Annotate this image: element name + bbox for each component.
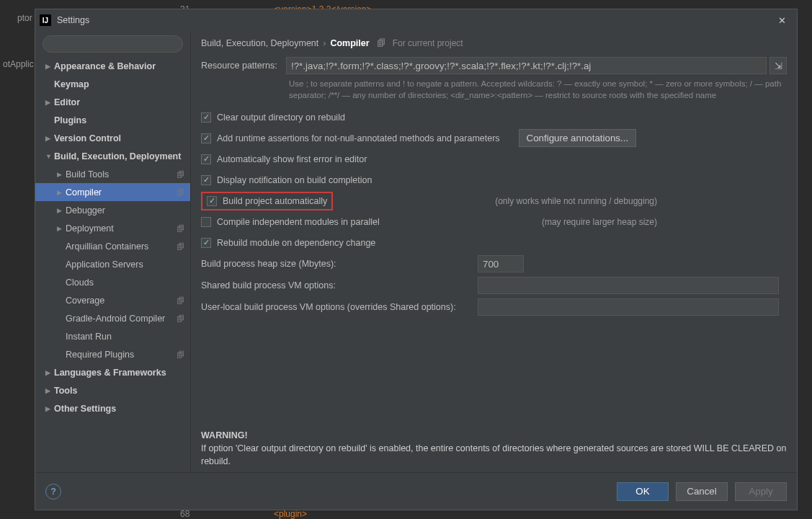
tree-item-build-execution-deployment[interactable]: ▼Build, Execution, Deployment xyxy=(35,147,190,165)
project-scope-icon: 🗐 xyxy=(177,170,184,179)
checkbox-icon[interactable] xyxy=(201,175,211,185)
tree-item-required-plugins[interactable]: Required Plugins🗐 xyxy=(35,345,190,363)
tree-item-instant-run[interactable]: Instant Run xyxy=(35,327,190,345)
checkbox-icon[interactable] xyxy=(201,217,211,227)
content-panel: Build, Execution, Deployment › Compiler … xyxy=(191,31,797,472)
tree-item-coverage[interactable]: Coverage🗐 xyxy=(35,291,190,309)
breadcrumb-a[interactable]: Build, Execution, Deployment xyxy=(201,38,318,48)
chk-build-auto-note: (only works while not running / debuggin… xyxy=(495,196,787,206)
tree-item-debugger[interactable]: ▶Debugger xyxy=(35,201,190,219)
help-icon[interactable]: ? xyxy=(45,484,61,500)
heap-size-label: Build process heap size (Mbytes): xyxy=(201,259,478,269)
tree-arrow-icon: ▶ xyxy=(45,99,54,106)
chk-auto-first-error[interactable]: Automatically show first error in editor xyxy=(201,148,787,169)
tree-item-keymap[interactable]: Keymap xyxy=(35,75,190,93)
tree-item-label: Languages & Frameworks xyxy=(54,368,166,378)
project-scope-icon: 🗐 xyxy=(177,188,184,197)
checkbox-icon[interactable] xyxy=(201,238,211,248)
chk-compile-parallel-note: (may require larger heap size) xyxy=(542,217,787,227)
tree-item-compiler[interactable]: ▶Compiler🗐 xyxy=(35,183,190,201)
tree-item-clouds[interactable]: Clouds xyxy=(35,273,190,291)
tree-item-application-servers[interactable]: Application Servers xyxy=(35,255,190,273)
configure-annotations-button[interactable]: Configure annotations... xyxy=(519,129,637,147)
heap-size-input[interactable] xyxy=(478,255,524,272)
resource-patterns-label: Resource patterns: xyxy=(201,61,286,71)
app-icon: IJ xyxy=(40,14,51,26)
tree-item-arquillian-containers[interactable]: Arquillian Containers🗐 xyxy=(35,237,190,255)
tree-item-other-settings[interactable]: ▶Other Settings xyxy=(35,399,190,417)
tree-item-label: Instant Run xyxy=(66,332,112,342)
tree-item-label: Keymap xyxy=(54,79,89,89)
resource-patterns-input[interactable] xyxy=(286,57,767,74)
tree-arrow-icon: ▶ xyxy=(45,135,54,142)
breadcrumb: Build, Execution, Deployment › Compiler … xyxy=(201,38,787,48)
shared-vm-input[interactable] xyxy=(478,277,779,294)
bg-line-number-b: 68 xyxy=(180,509,189,519)
tree-item-languages-frameworks[interactable]: ▶Languages & Frameworks xyxy=(35,363,190,381)
tree-item-label: Build Tools xyxy=(66,169,109,179)
tree-arrow-icon: ▼ xyxy=(45,153,54,160)
chk-label: Compile independent modules in parallel xyxy=(217,217,380,227)
tree-item-build-tools[interactable]: ▶Build Tools🗐 xyxy=(35,165,190,183)
chk-label: Display notification on build completion xyxy=(217,175,372,185)
dialog-title: Settings xyxy=(57,15,771,25)
shared-vm-row: Shared build process VM options: xyxy=(201,275,787,296)
warning-text: If option 'Clear output directory on reb… xyxy=(201,443,786,466)
checkbox-icon[interactable] xyxy=(201,112,211,123)
tree-arrow-icon: ▶ xyxy=(57,189,66,196)
tree-item-plugins[interactable]: Plugins xyxy=(35,111,190,129)
project-scope-icon: 🗐 xyxy=(177,314,184,323)
tree-arrow-icon: ▶ xyxy=(45,405,54,412)
checkbox-icon[interactable] xyxy=(207,196,217,206)
chk-build-automatically-row: Build project automatically (only works … xyxy=(201,190,787,211)
checkbox-icon[interactable] xyxy=(201,154,211,164)
resource-patterns-row: Resource patterns: ⇲ xyxy=(201,57,787,74)
bg-code-line-b: <plugin> xyxy=(274,509,307,519)
project-scope-icon: 🗐 xyxy=(177,350,184,359)
chk-clear-output[interactable]: Clear output directory on rebuild xyxy=(201,107,787,128)
ok-button[interactable]: OK xyxy=(617,482,669,501)
tree-item-label: Arquillian Containers xyxy=(66,241,148,252)
dialog-footer: ? OK Cancel Apply xyxy=(35,472,797,510)
project-scope-icon: 🗐 xyxy=(377,38,385,48)
chk-display-notification[interactable]: Display notification on build completion xyxy=(201,169,787,190)
tree-arrow-icon: ▶ xyxy=(57,171,66,178)
project-scope-icon: 🗐 xyxy=(177,242,184,251)
tree-item-tools[interactable]: ▶Tools xyxy=(35,381,190,399)
breadcrumb-sep: › xyxy=(323,38,326,48)
tree-arrow-icon: ▶ xyxy=(57,207,66,214)
bg-ptor: ptor xyxy=(17,13,32,23)
tree-item-appearance-behavior[interactable]: ▶Appearance & Behavior xyxy=(35,57,190,75)
search-wrap: ⌕ xyxy=(35,35,190,57)
warning-title: WARNING! xyxy=(201,430,248,440)
tree-item-label: Build, Execution, Deployment xyxy=(54,151,181,161)
tree-arrow-icon: ▶ xyxy=(45,369,54,376)
project-scope-icon: 🗐 xyxy=(177,224,184,233)
search-input[interactable] xyxy=(43,35,183,53)
cancel-button[interactable]: Cancel xyxy=(676,482,728,501)
tree-item-editor[interactable]: ▶Editor xyxy=(35,93,190,111)
chk-label: Rebuild module on dependency change xyxy=(217,238,375,248)
close-icon[interactable]: ✕ xyxy=(771,12,793,29)
expand-field-icon[interactable]: ⇲ xyxy=(769,57,787,74)
user-vm-row: User-local build process VM options (ove… xyxy=(201,296,787,318)
tree-item-version-control[interactable]: ▶Version Control xyxy=(35,129,190,147)
tree-arrow-icon: ▶ xyxy=(45,63,54,70)
chk-compile-parallel[interactable]: Compile independent modules in parallel … xyxy=(201,211,787,232)
chk-rebuild-dependency[interactable]: Rebuild module on dependency change xyxy=(201,232,787,253)
bg-applic: otApplic xyxy=(3,59,34,69)
tree-item-label: Plugins xyxy=(54,115,86,125)
apply-button[interactable]: Apply xyxy=(735,482,787,501)
chk-runtime-assertions[interactable]: Add runtime assertions for not-null-anno… xyxy=(201,128,787,148)
tree-item-label: Gradle-Android Compiler xyxy=(66,314,165,324)
user-vm-input[interactable] xyxy=(478,298,779,316)
checkbox-icon[interactable] xyxy=(201,133,211,143)
tree-item-gradle-android-compiler[interactable]: Gradle-Android Compiler🗐 xyxy=(35,309,190,327)
tree-item-label: Application Servers xyxy=(66,260,143,270)
breadcrumb-b: Compiler xyxy=(330,38,369,48)
tree-item-deployment[interactable]: ▶Deployment🗐 xyxy=(35,219,190,237)
warning-block: WARNING! If option 'Clear output directo… xyxy=(201,429,787,468)
chk-build-automatically-label[interactable]: Build project automatically xyxy=(223,196,327,206)
tree-item-label: Tools xyxy=(54,386,77,396)
chk-label: Add runtime assertions for not-null-anno… xyxy=(217,133,500,143)
